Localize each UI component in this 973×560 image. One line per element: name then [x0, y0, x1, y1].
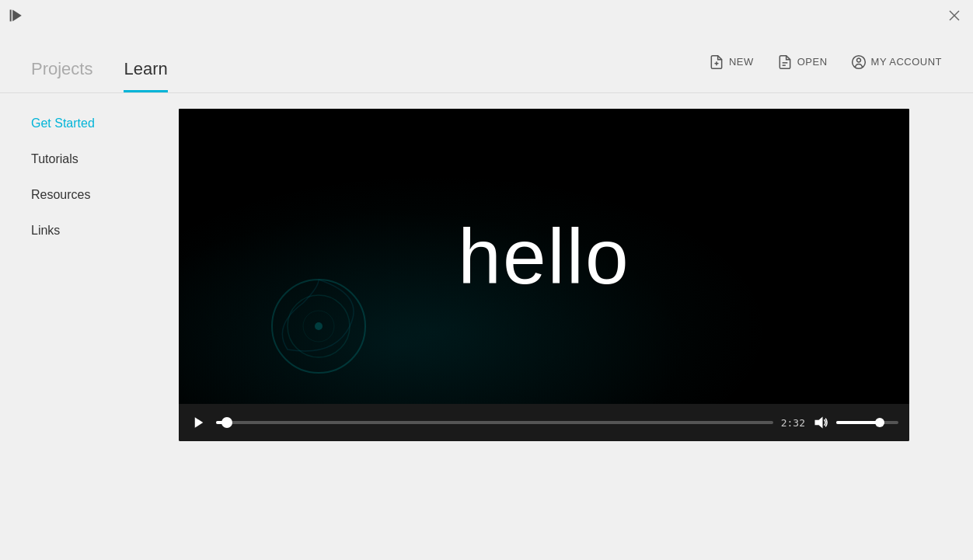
progress-thumb: [221, 417, 232, 428]
nav-actions: NEW OPEN MY ACCOUNT: [709, 54, 942, 70]
sidebar: Get Started Tutorials Resources Links: [0, 93, 179, 560]
nav-tabs: Projects Learn: [31, 31, 168, 92]
volume-thumb: [875, 418, 884, 427]
new-file-icon: [709, 54, 724, 70]
svg-marker-14: [195, 417, 204, 428]
video-swirl-graphic: [256, 264, 381, 388]
close-button[interactable]: [945, 6, 964, 25]
volume-bar[interactable]: [836, 421, 898, 424]
sidebar-item-get-started[interactable]: Get Started: [31, 117, 148, 130]
svg-point-13: [315, 322, 323, 330]
video-area: hello 2:32: [179, 93, 973, 560]
title-bar-left: [9, 8, 25, 23]
my-account-action[interactable]: MY ACCOUNT: [851, 54, 942, 70]
sidebar-item-tutorials[interactable]: Tutorials: [31, 152, 148, 166]
play-button[interactable]: [190, 413, 208, 432]
time-display: 2:32: [781, 417, 805, 429]
video-controls: 2:32: [179, 404, 909, 441]
title-bar: [0, 0, 973, 31]
open-action[interactable]: OPEN: [777, 54, 828, 70]
volume-button[interactable]: [813, 415, 828, 430]
sidebar-item-links[interactable]: Links: [31, 224, 148, 238]
app-icon: [9, 8, 25, 23]
video-content[interactable]: hello: [179, 109, 909, 404]
main-content: Get Started Tutorials Resources Links he…: [0, 93, 973, 560]
my-account-label: MY ACCOUNT: [871, 56, 942, 68]
progress-bar[interactable]: [216, 421, 773, 424]
svg-marker-15: [815, 417, 823, 429]
tab-learn[interactable]: Learn: [124, 59, 167, 92]
open-label: OPEN: [797, 56, 828, 68]
open-file-icon: [777, 54, 793, 70]
svg-marker-0: [12, 10, 22, 22]
tab-projects[interactable]: Projects: [31, 59, 92, 92]
volume-fill: [836, 421, 880, 424]
sidebar-item-resources[interactable]: Resources: [31, 188, 148, 202]
video-player: hello 2:32: [179, 109, 909, 441]
video-hello-text: hello: [458, 212, 629, 301]
nav-bar: Projects Learn NEW OPEN: [0, 31, 973, 93]
svg-point-9: [856, 58, 860, 62]
account-icon: [851, 54, 867, 70]
new-action[interactable]: NEW: [709, 54, 754, 70]
new-label: NEW: [729, 56, 754, 68]
